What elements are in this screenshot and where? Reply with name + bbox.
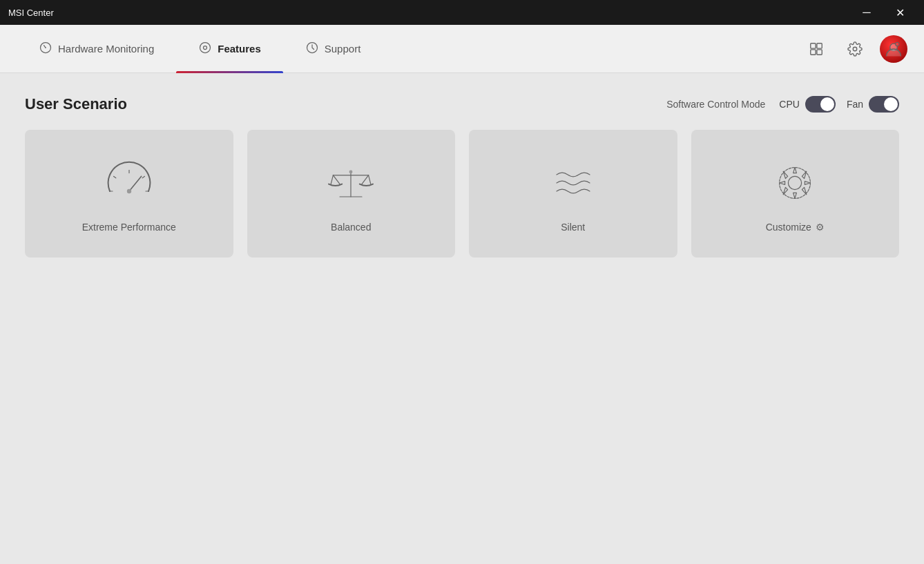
svg-line-22 — [334, 175, 340, 184]
app-title: MSI Center — [8, 8, 54, 18]
support-icon — [305, 41, 319, 57]
user-avatar[interactable] — [880, 35, 907, 63]
features-icon — [198, 41, 212, 57]
svg-line-15 — [142, 176, 144, 177]
svg-point-27 — [780, 167, 811, 198]
cpu-toggle[interactable] — [805, 96, 836, 113]
extreme-performance-label: Extreme Performance — [82, 222, 176, 233]
customize-settings-icon: ⚙ — [816, 222, 825, 233]
tab-hardware-monitoring-label: Hardware Monitoring — [58, 43, 154, 55]
svg-line-23 — [362, 175, 369, 184]
svg-point-1 — [200, 43, 211, 53]
svg-rect-5 — [817, 43, 822, 48]
svg-point-8 — [853, 47, 857, 51]
top-nav: Hardware Monitoring Features — [0, 25, 924, 73]
scenario-card-balanced[interactable]: Balanced — [247, 130, 456, 257]
cpu-label: CPU — [779, 99, 800, 110]
scenario-card-customize[interactable]: Customize ⚙ — [691, 130, 900, 257]
svg-point-26 — [789, 176, 802, 189]
scenario-cards: Extreme Performance — [25, 130, 899, 257]
avatar-image — [880, 35, 907, 63]
control-mode-area: Software Control Mode CPU Fan — [666, 96, 899, 113]
balanced-label: Balanced — [331, 222, 371, 233]
main-content: User Scenario Software Control Mode CPU … — [0, 73, 924, 564]
hardware-monitoring-icon — [39, 41, 52, 57]
grid-view-button[interactable] — [802, 35, 830, 63]
fan-toggle-group: Fan — [847, 96, 899, 113]
tab-hardware-monitoring[interactable]: Hardware Monitoring — [17, 25, 176, 73]
customize-label: Customize ⚙ — [766, 222, 825, 233]
svg-line-21 — [331, 175, 333, 184]
settings-button[interactable] — [841, 35, 869, 63]
software-control-mode-label: Software Control Mode — [666, 99, 765, 110]
tab-features[interactable]: Features — [176, 25, 283, 73]
section-title: User Scenario — [25, 95, 127, 113]
cpu-toggle-group: CPU — [779, 96, 836, 113]
nav-actions — [802, 35, 907, 63]
scenario-card-extreme-performance[interactable]: Extreme Performance — [25, 130, 233, 257]
svg-point-17 — [127, 188, 131, 193]
fan-toggle[interactable] — [869, 96, 899, 113]
app-body: Hardware Monitoring Features — [0, 25, 924, 564]
svg-rect-6 — [811, 49, 816, 54]
svg-point-2 — [204, 46, 207, 50]
nav-tabs: Hardware Monitoring Features — [17, 25, 802, 73]
section-header: User Scenario Software Control Mode CPU … — [25, 95, 899, 113]
svg-line-24 — [369, 175, 371, 184]
svg-line-14 — [113, 176, 115, 177]
scales-icon — [323, 155, 378, 211]
svg-rect-4 — [811, 43, 816, 48]
tab-features-label: Features — [218, 43, 261, 55]
fan-label: Fan — [847, 99, 863, 110]
scenario-card-silent[interactable]: Silent — [469, 130, 677, 257]
svg-line-16 — [129, 176, 142, 191]
close-button[interactable]: ✕ — [884, 2, 916, 23]
tab-support[interactable]: Support — [283, 25, 383, 73]
svg-point-0 — [45, 47, 46, 48]
waves-icon — [546, 155, 601, 211]
svg-rect-7 — [817, 49, 822, 54]
svg-point-25 — [349, 170, 353, 173]
minimize-button[interactable]: ─ — [851, 2, 883, 23]
window-controls: ─ ✕ — [851, 2, 916, 23]
speedometer-icon — [102, 155, 157, 211]
tab-support-label: Support — [325, 43, 361, 55]
svg-point-10 — [896, 42, 899, 46]
silent-label: Silent — [561, 222, 585, 233]
titlebar: MSI Center ─ ✕ — [0, 0, 924, 25]
customize-gear-icon — [767, 155, 822, 211]
